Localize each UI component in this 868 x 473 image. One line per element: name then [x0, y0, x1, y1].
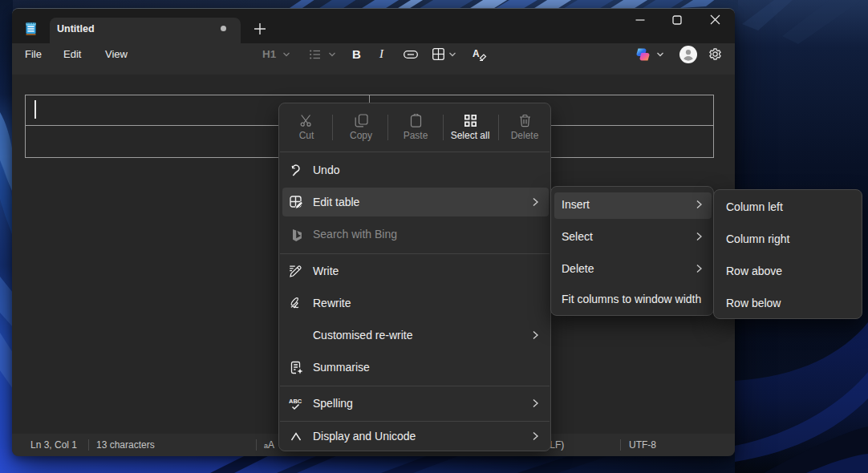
svg-text:A: A	[473, 48, 480, 59]
svg-text:ABC: ABC	[289, 398, 302, 405]
